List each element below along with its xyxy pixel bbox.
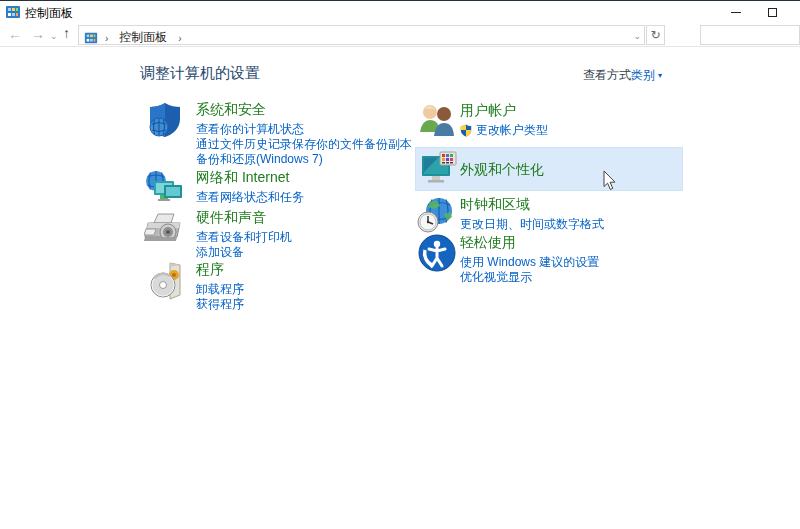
- control-panel-icon: [5, 4, 21, 24]
- link-network-internet[interactable]: 网络和 Internet: [196, 169, 304, 187]
- refresh-icon: ↻: [650, 28, 660, 42]
- security-shield-icon[interactable]: [146, 101, 184, 143]
- back-icon[interactable]: ←: [8, 27, 22, 41]
- link-hardware-sound[interactable]: 硬件和声音: [196, 209, 292, 227]
- link-view-devices-printers[interactable]: 查看设备和打印机: [196, 230, 292, 245]
- link-uninstall-program[interactable]: 卸载程序: [196, 282, 244, 297]
- program-disc-icon[interactable]: [150, 261, 184, 305]
- link-windows-suggested-settings[interactable]: 使用 Windows 建议的设置: [460, 255, 599, 270]
- breadcrumb-chevron-trailing[interactable]: ›: [178, 32, 181, 44]
- link-check-computer-status[interactable]: 查看你的计算机状态: [196, 122, 412, 137]
- breadcrumb-location-icon: [84, 31, 98, 45]
- window-title: 控制面板: [25, 5, 73, 22]
- link-programs[interactable]: 程序: [196, 261, 244, 279]
- user-accounts-icon[interactable]: [418, 102, 456, 142]
- forward-icon[interactable]: →: [31, 27, 45, 41]
- link-clock-region[interactable]: 时钟和区域: [460, 196, 604, 214]
- control-panel-window: 控制面板 ← → ⌄ ↑: [0, 0, 800, 529]
- clock-globe-icon[interactable]: [416, 196, 454, 238]
- maximize-button[interactable]: [756, 1, 788, 23]
- navigation-toolbar: ← → ⌄ ↑ › 控制面板 ›: [0, 23, 800, 47]
- page-title: 调整计算机的设置: [140, 64, 260, 83]
- up-icon[interactable]: ↑: [63, 26, 70, 40]
- network-globe-icon[interactable]: [144, 169, 184, 211]
- link-change-account-type[interactable]: 更改帐户类型: [476, 123, 548, 138]
- ease-of-access-icon[interactable]: [418, 234, 456, 276]
- chevron-down-icon: ▾: [655, 71, 662, 80]
- link-ease-of-access[interactable]: 轻松使用: [460, 234, 599, 252]
- address-bar[interactable]: › 控制面板 › ⌄: [78, 25, 645, 45]
- view-by-label: 查看方式:: [583, 67, 634, 84]
- refresh-button[interactable]: ↻: [646, 25, 665, 45]
- link-system-security[interactable]: 系统和安全: [196, 101, 412, 119]
- mouse-cursor: [603, 170, 617, 195]
- appearance-monitor-icon[interactable]: [420, 150, 458, 192]
- breadcrumb-control-panel[interactable]: 控制面板: [115, 28, 171, 47]
- link-user-accounts[interactable]: 用户帐户: [460, 102, 548, 120]
- link-get-programs[interactable]: 获得程序: [196, 297, 244, 312]
- link-change-date-time-format[interactable]: 更改日期、时间或数字格式: [460, 217, 604, 232]
- printer-icon[interactable]: [144, 211, 184, 251]
- link-appearance-personalization[interactable]: 外观和个性化: [460, 161, 544, 179]
- breadcrumb-chevron[interactable]: ›: [105, 32, 108, 44]
- title-bar[interactable]: 控制面板: [0, 1, 800, 23]
- history-dropdown-icon[interactable]: ⌄: [50, 29, 58, 43]
- search-input[interactable]: [700, 25, 800, 45]
- link-file-history-backup[interactable]: 通过文件历史记录保存你的文件备份副本: [196, 137, 412, 152]
- link-add-device[interactable]: 添加设备: [196, 245, 292, 260]
- link-backup-restore-win7[interactable]: 备份和还原(Windows 7): [196, 152, 412, 167]
- maximize-icon: [768, 8, 777, 17]
- address-dropdown-icon[interactable]: ⌄: [633, 31, 641, 41]
- view-by-dropdown[interactable]: 类别▾: [631, 67, 662, 84]
- minimize-button[interactable]: [720, 1, 752, 23]
- minimize-icon: [731, 12, 741, 13]
- uac-shield-icon: [460, 124, 472, 137]
- view-by-value: 类别: [631, 68, 655, 82]
- link-view-network-status[interactable]: 查看网络状态和任务: [196, 190, 304, 205]
- link-optimize-visual-display[interactable]: 优化视觉显示: [460, 270, 599, 285]
